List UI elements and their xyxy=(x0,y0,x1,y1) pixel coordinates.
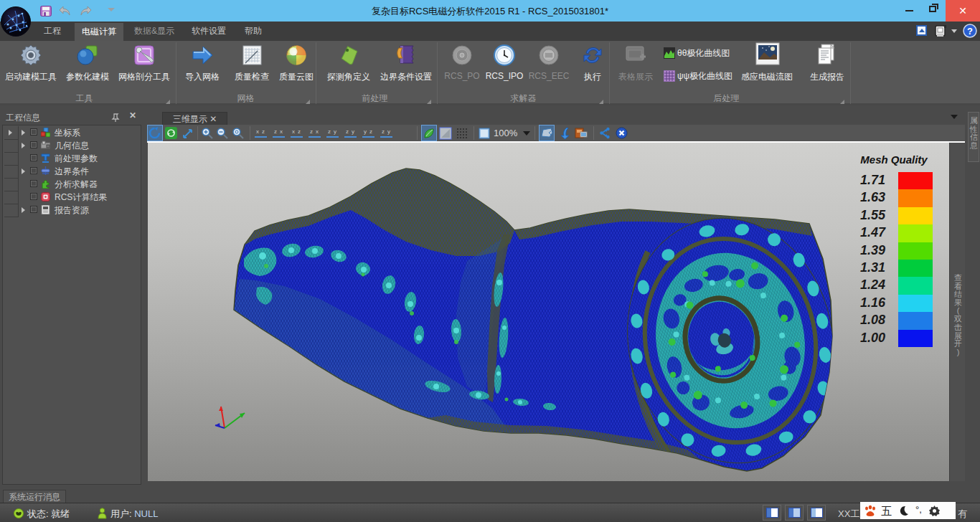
svg-text:?: ? xyxy=(967,26,973,37)
